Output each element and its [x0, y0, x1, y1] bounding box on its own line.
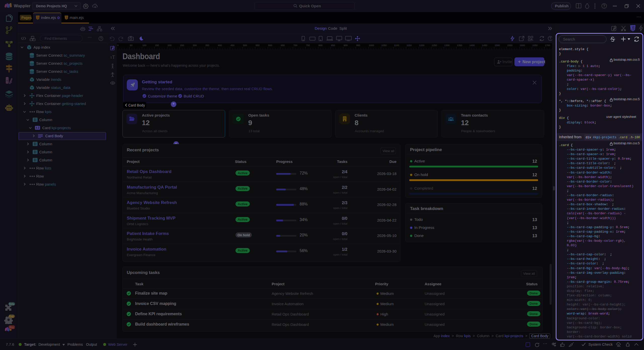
svg-text:T: T [110, 56, 112, 59]
svg-text:T: T [112, 55, 115, 59]
